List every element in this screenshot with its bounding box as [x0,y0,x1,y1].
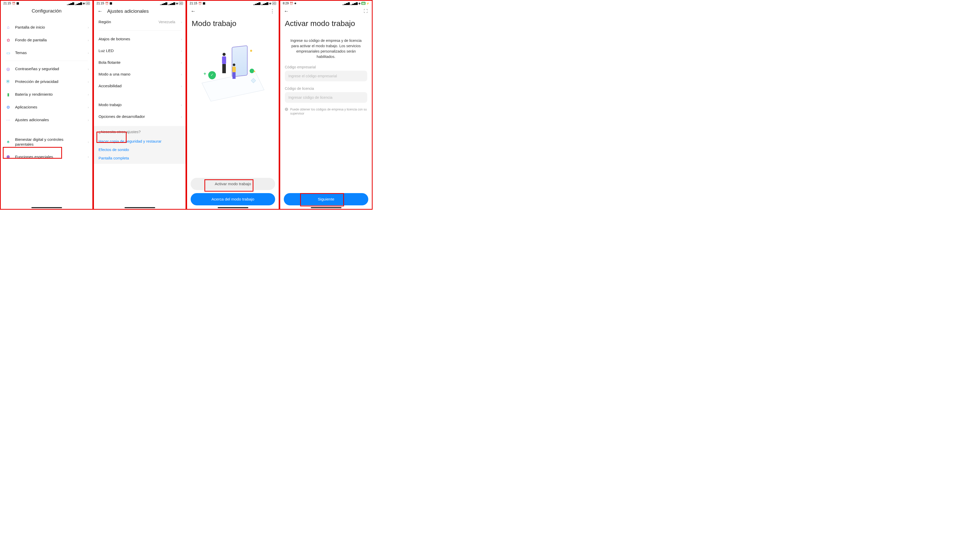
chevron-right-icon: › [181,84,182,88]
settings-item-wellbeing[interactable]: ♣ Bienestar digital y controles parental… [1,133,92,151]
app-header: Configuración [1,6,92,16]
label: Modo a una mano [99,72,175,76]
page-title: Modo trabajo [187,14,279,30]
app-header: ← ⋮ [187,6,279,14]
square-icon [203,2,205,5]
settings-item-work-mode[interactable]: Modo trabajo › [94,99,186,111]
chevron-right-icon: › [88,51,89,55]
settings-item-home[interactable]: ⌂ Pantalla de inicio › [1,21,92,34]
wifi-icon: ◈ [83,2,85,5]
link-sound[interactable]: Efectos de sonido [99,145,181,154]
page-title: Configuración [32,8,62,14]
settings-item-special[interactable]: ⬢ Funciones especiales › [1,151,92,163]
screen-work-mode: 21:15 ▁▃▅▇ ▁▃▅▇ ◈ 43 ← ⋮ Modo trabajo + [186,0,280,210]
label: Bienestar digital y controles parentales [15,137,82,147]
illustration: + [204,41,262,99]
settings-item-additional[interactable]: ⋯ Ajustes adicionales › [1,114,92,126]
settings-item-battery[interactable]: ▮ Batería y rendimiento › [1,88,92,101]
action-buttons: Siguiente [280,193,372,205]
home-indicator[interactable] [124,207,155,208]
label: Luz LED [99,48,175,53]
battery-icon: ▮ [5,92,11,97]
special-icon: ⬢ [5,154,11,160]
other-settings-section: ¿Necesita otros ajustes? Hacer copia de … [94,126,186,164]
action-buttons: Activar modo trabajo Acerca del modo tra… [187,178,279,205]
form-group-corp: Código empresarial Ingrese el código emp… [280,64,372,86]
back-button[interactable]: ← [284,8,289,14]
chevron-right-icon: › [88,93,89,97]
corp-code-input[interactable]: Ingrese el código empresarial [285,71,367,81]
label: Aplicaciones [15,105,82,110]
back-button[interactable]: ← [191,8,196,14]
label: Funciones especiales [15,155,82,159]
home-indicator[interactable] [218,207,248,208]
settings-item-onehand[interactable]: Modo a una mano › [94,68,186,80]
signal-icon: ▁▃▅▇ [160,2,167,5]
chevron-right-icon: › [181,20,182,24]
signal-icon: ▁▃▅▇ [67,2,74,5]
about-work-mode-button[interactable]: Acerca del modo trabajo [191,193,275,205]
settings-item-accessibility[interactable]: Accesibilidad › [94,80,186,92]
settings-item-led[interactable]: Luz LED › [94,45,186,57]
square-icon [110,2,112,5]
alarm-icon [105,2,109,5]
settings-item-wallpaper[interactable]: ✿ Fondo de pantalla › [1,34,92,46]
status-bar: 21:15 ▁▃▅▇ ▁▃▅▇ ◈ 43 [94,1,186,6]
link-backup[interactable]: Hacer copia de seguridad y restaurar [99,137,181,145]
chevron-right-icon: › [88,155,89,159]
dots-icon: ⋯ [5,117,11,123]
chevron-right-icon: › [88,140,89,144]
settings-item-passwords[interactable]: ◎ Contraseñas y seguridad › [1,62,92,75]
label: Pantalla de inicio [15,25,82,30]
status-time: 8:29 [283,2,289,5]
settings-item-floating-ball[interactable]: Bola flotante › [94,57,186,68]
app-header: ← Ajustes adicionales [94,6,186,16]
page-title: Ajustes adicionales [107,8,149,14]
more-menu-button[interactable]: ⋮ [270,8,275,14]
home-indicator[interactable] [32,207,62,208]
hint-text: Puede obtener los códigos de empresa y l… [290,107,367,116]
chevron-right-icon: › [181,37,182,41]
chevron-right-icon: › [181,115,182,119]
label: Opciones de desarrollador [99,114,175,119]
settings-item-apps[interactable]: ⚙ Aplicaciones › [1,101,92,114]
chevron-right-icon: › [88,38,89,42]
square-icon [17,2,19,5]
license-code-label: Código de licencia [285,86,367,91]
activation-form: Ingrese su código de empresa y de licenc… [280,30,372,209]
shield-check-icon [208,71,216,79]
form-description: Ingrese su código de empresa y de licenc… [280,30,372,64]
form-hint: i Puede obtener los códigos de empresa y… [280,107,372,116]
other-settings-question: ¿Necesita otros ajustes? [99,130,181,134]
settings-item-region[interactable]: Región Venezuela › [94,16,186,28]
back-button[interactable]: ← [97,8,103,14]
signal-icon: ▁▃▅▇ [261,2,268,5]
settings-item-shortcuts[interactable]: Atajos de botones › [94,33,186,45]
chevron-right-icon: › [181,61,182,65]
label: Atajos de botones [99,37,175,41]
home-indicator[interactable] [311,207,342,208]
activate-work-mode-button[interactable]: Activar modo trabajo [191,178,275,190]
app-header: ← ⛶ [280,6,372,14]
link-fullscreen[interactable]: Pantalla completa [99,154,181,162]
status-bar: 21:15 ▁▃▅▇ ▁▃▅▇ ◈ 43 [1,1,92,6]
gear-icon: ⚙ [5,104,11,110]
settings-item-developer[interactable]: Opciones de desarrollador › [94,111,186,122]
settings-item-privacy[interactable]: ⛨ Protección de privacidad › [1,75,92,88]
settings-item-notifications[interactable]: ▬ control › [1,16,92,21]
license-code-input[interactable]: Ingresar código de licencia [285,92,367,103]
plus-icon: + [204,71,207,76]
scan-icon[interactable]: ⛶ [364,9,368,14]
settings-item-themes[interactable]: ▭ Temas › [1,46,92,59]
corp-code-label: Código empresarial [285,65,367,69]
signal-icon: ▁▃▅▇ [168,2,175,5]
bluetooth-icon [294,2,296,5]
shield-icon: ⛨ [5,79,11,84]
settings-list: ▬ control › ⌂ Pantalla de inicio › ✿ Fon… [1,16,92,209]
label: Modo trabajo [99,103,175,107]
signal-icon: ▁▃▅▇ [342,2,350,5]
signal-icon: ▁▃▅▇ [350,2,358,5]
screen-activate-work-mode: 8:29 ▁▃▅▇ ▁▃▅▇ ◈ ▮▮ ← ⛶ Activar modo tra… [280,0,372,210]
charging-icon [366,2,369,5]
next-button[interactable]: Siguiente [284,193,368,205]
